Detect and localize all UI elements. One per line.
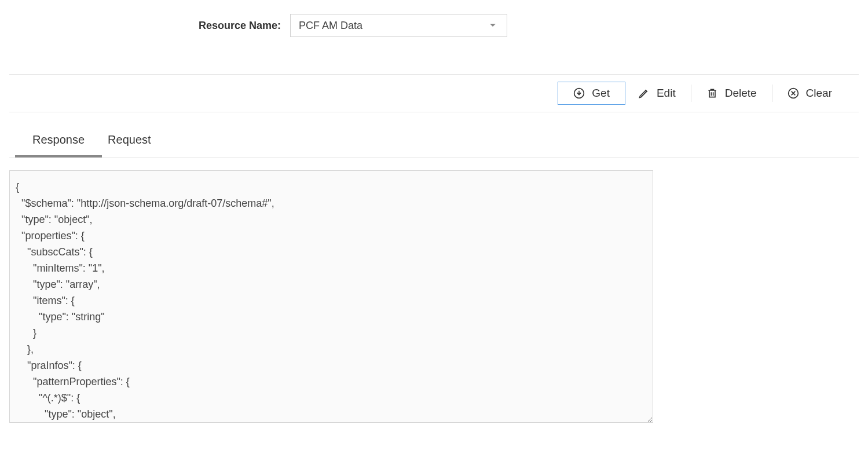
edit-button[interactable]: Edit <box>625 82 688 104</box>
action-bar: Get Edit Delete Clear <box>9 75 859 112</box>
resource-name-label: Resource Name: <box>199 20 281 32</box>
tab-request[interactable]: Request <box>108 133 151 157</box>
tab-response-label: Response <box>32 133 85 146</box>
pencil-icon <box>638 87 650 99</box>
tabs: Response Request <box>9 112 859 158</box>
chevron-down-icon <box>487 20 499 31</box>
close-circle-icon <box>788 87 799 99</box>
resource-name-select[interactable]: PCF AM Data <box>290 14 507 37</box>
get-button[interactable]: Get <box>558 82 625 105</box>
tab-response[interactable]: Response <box>32 133 85 157</box>
resource-name-row: Resource Name: PCF AM Data <box>0 0 868 51</box>
trash-icon <box>706 87 718 99</box>
delete-label: Delete <box>725 87 757 100</box>
get-label: Get <box>592 87 610 100</box>
delete-button[interactable]: Delete <box>694 82 770 104</box>
clear-button[interactable]: Clear <box>775 82 845 104</box>
download-circle-icon <box>573 87 585 99</box>
edit-label: Edit <box>657 87 676 100</box>
divider <box>772 85 772 102</box>
response-body[interactable]: { "$schema": "http://json-schema.org/dra… <box>9 170 653 423</box>
resource-name-value: PCF AM Data <box>299 20 362 32</box>
tab-request-label: Request <box>108 133 151 146</box>
response-panel: { "$schema": "http://json-schema.org/dra… <box>9 170 859 423</box>
divider <box>691 85 691 102</box>
clear-label: Clear <box>806 87 832 100</box>
